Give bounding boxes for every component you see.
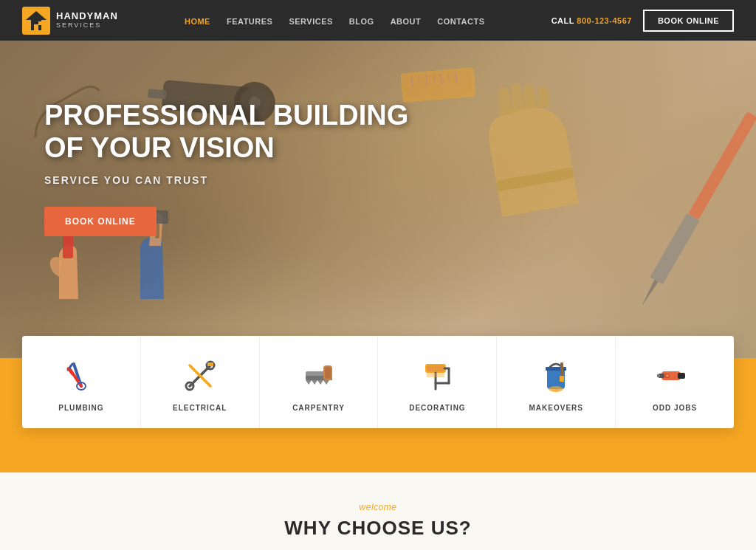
hero-content: PROFESSIONAL BUILDING OF YOUR VISION SER… — [0, 41, 756, 266]
svg-rect-4 — [38, 21, 41, 25]
decorating-label: DECORATING — [409, 404, 465, 412]
logo-icon — [22, 7, 50, 35]
svg-marker-41 — [323, 380, 329, 385]
service-plumbing[interactable]: PLUMBING — [22, 336, 141, 428]
nav-features[interactable]: FEATURES — [227, 17, 272, 26]
electrical-label: ELECTRICAL — [173, 404, 227, 412]
nav-right: CALL 800-123-4567 BOOK ONLINE — [551, 10, 734, 32]
service-electrical[interactable]: ELECTRICAL — [141, 336, 260, 428]
nav-home[interactable]: HOME — [185, 17, 210, 26]
svg-rect-3 — [34, 24, 38, 30]
service-decorating[interactable]: DECORATING — [378, 336, 497, 428]
plumbing-icon — [62, 357, 100, 395]
svg-rect-43 — [325, 367, 331, 379]
why-choose-us-section: welcome WHY CHOOSE US? — [0, 472, 756, 550]
nav-blog[interactable]: BLOG — [349, 17, 374, 26]
call-text: CALL 800-123-4567 — [551, 16, 632, 25]
hero-subtitle: SERVICE YOU CAN TRUST — [44, 174, 712, 186]
service-odd-jobs[interactable]: ODD JOBS — [616, 336, 734, 428]
service-carpentry[interactable]: CARPENTRY — [260, 336, 379, 428]
why-title: WHY CHOOSE US? — [22, 517, 734, 540]
nav-services[interactable]: SERVICES — [289, 17, 332, 26]
phone-number[interactable]: 800-123-4567 — [577, 16, 632, 25]
services-strip: PLUMBING ELECTRICAL — [0, 358, 756, 472]
svg-rect-50 — [427, 373, 444, 377]
decorating-icon — [418, 357, 456, 395]
logo-text: HANDYMAN SERVICES — [56, 11, 118, 29]
nav-links: HOME FEATURES SERVICES BLOG ABOUT CONTAC… — [185, 14, 485, 27]
logo-services: SERVICES — [56, 22, 118, 30]
navbar: HANDYMAN SERVICES HOME FEATURES SERVICES… — [0, 0, 756, 41]
why-welcome-text: welcome — [22, 502, 734, 512]
logo[interactable]: HANDYMAN SERVICES — [22, 7, 118, 35]
svg-rect-54 — [560, 376, 564, 382]
services-card: PLUMBING ELECTRICAL — [22, 336, 734, 428]
makeovers-label: MAKEOVERS — [529, 404, 583, 412]
carpentry-label: CARPENTRY — [292, 404, 345, 412]
makeovers-icon — [537, 357, 575, 395]
hero-title: PROFESSIONAL BUILDING OF YOUR VISION — [44, 100, 428, 164]
svg-rect-35 — [207, 362, 213, 366]
nav-about[interactable]: ABOUT — [391, 17, 422, 26]
svg-rect-53 — [560, 362, 563, 377]
odd-jobs-icon — [656, 357, 694, 395]
service-makeovers[interactable]: MAKEOVERS — [497, 336, 616, 428]
book-online-button[interactable]: BOOK ONLINE — [643, 10, 734, 32]
svg-rect-60 — [657, 374, 660, 377]
svg-marker-39 — [312, 380, 317, 385]
hero-section: PROFESSIONAL BUILDING OF YOUR VISION SER… — [0, 41, 756, 358]
hero-cta-button[interactable]: BOOK ONLINE — [44, 207, 157, 236]
carpentry-icon — [300, 357, 338, 395]
svg-marker-40 — [317, 380, 323, 385]
plumbing-label: PLUMBING — [58, 404, 103, 412]
logo-brand: HANDYMAN — [56, 11, 118, 21]
svg-rect-56 — [678, 373, 685, 379]
svg-rect-45 — [427, 365, 444, 371]
electrical-icon — [181, 357, 219, 395]
svg-marker-38 — [306, 380, 312, 385]
nav-contacts[interactable]: CONTACTS — [437, 17, 484, 26]
odd-jobs-label: ODD JOBS — [653, 404, 697, 412]
